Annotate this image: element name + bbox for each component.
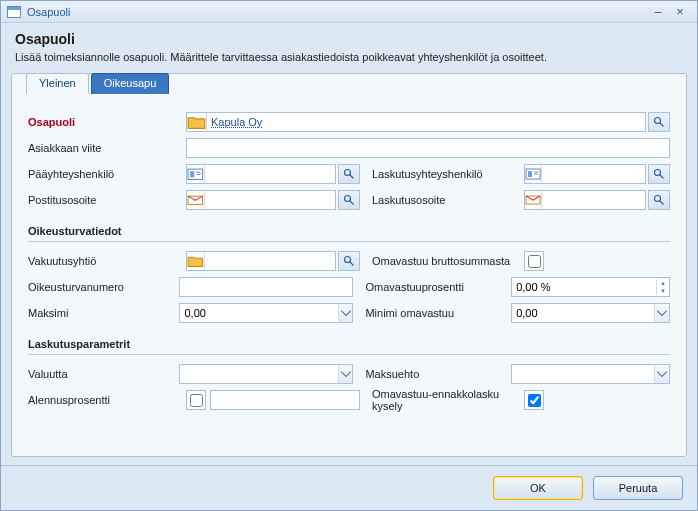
mailing-address-field[interactable] [186,190,336,210]
section-billing-params: Laskutusparametrit [28,336,670,355]
min-deductible-input[interactable] [512,305,654,321]
dropdown-button[interactable] [338,365,353,383]
insurance-company-input[interactable] [205,253,335,269]
svg-point-12 [655,170,661,176]
ok-button[interactable]: OK [493,476,583,500]
insurance-company-field[interactable] [186,251,336,271]
window-title: Osapuoli [27,6,70,18]
tab-general[interactable]: Yleinen [26,73,89,94]
deductible-percent-input[interactable] [512,279,656,295]
tab-panel: Yleinen Oikeusapu Osapuoli Kapula Oy [11,73,687,457]
section-legal: Oikeusturvatiedot [28,223,670,242]
svg-line-21 [350,262,354,266]
folder-icon [187,113,207,131]
contact-card-icon [525,165,542,183]
label-discount-percent: Alennusprosentti [28,394,178,406]
party-search-button[interactable] [648,112,670,132]
discount-value-field[interactable] [210,390,360,410]
billing-contact-input[interactable] [542,166,645,182]
discount-checkbox[interactable] [186,390,206,410]
label-deductible-gross: Omavastuu bruttosummasta [368,255,516,267]
dropdown-button[interactable] [654,365,669,383]
label-maximum: Maksimi [28,307,171,319]
maximum-input[interactable] [180,305,337,321]
dropdown-button[interactable] [338,304,353,322]
label-party: Osapuoli [28,116,178,128]
svg-line-7 [350,175,354,179]
dialog-window: Osapuoli – × Osapuoli Lisää toimeksianno… [0,0,698,511]
billing-address-field[interactable] [524,190,646,210]
insurance-company-search-button[interactable] [338,251,360,271]
party-value[interactable]: Kapula Oy [207,116,645,128]
svg-rect-3 [190,171,194,177]
envelope-icon [187,191,205,209]
svg-line-1 [660,123,664,127]
deductible-prompt-checkbox[interactable] [524,390,544,410]
label-billing-address: Laskutusosoite [368,194,516,206]
legal-number-input[interactable] [180,279,352,295]
party-field[interactable]: Kapula Oy [186,112,646,132]
close-button[interactable]: × [669,4,691,19]
footer: OK Peruuta [1,465,697,510]
mailing-address-search-button[interactable] [338,190,360,210]
currency-field[interactable] [179,364,353,384]
label-customer-ref: Asiakkaan viite [28,142,178,154]
label-legal-number: Oikeusturvanumero [28,281,171,293]
page-subtitle: Lisää toimeksiannolle osapuoli. Määritte… [15,51,683,63]
label-insurance-company: Vakuutusyhtiö [28,255,178,267]
billing-address-search-button[interactable] [648,190,670,210]
tab-legal-aid[interactable]: Oikeusapu [91,73,170,94]
envelope-icon [525,191,542,209]
customer-ref-field[interactable] [186,138,670,158]
main-contact-field[interactable] [186,164,336,184]
legal-number-field[interactable] [179,277,353,297]
page-title: Osapuoli [15,31,683,47]
payment-term-field[interactable] [511,364,670,384]
titlebar: Osapuoli – × [1,1,697,23]
svg-line-19 [660,201,664,205]
deductible-percent-field[interactable]: ▲▼ [511,277,670,297]
folder-icon [187,252,205,270]
label-mailing-address: Postitusosoite [28,194,178,206]
svg-line-13 [660,175,664,179]
payment-term-input[interactable] [512,366,654,382]
label-currency: Valuutta [28,368,171,380]
svg-point-18 [655,196,661,202]
main-contact-input[interactable] [205,166,335,182]
header: Osapuoli Lisää toimeksiannolle osapuoli.… [1,23,697,73]
svg-point-15 [345,196,351,202]
min-deductible-field[interactable] [511,303,670,323]
label-deductible-prompt: Omavastuu-ennakkolasku kysely [368,388,516,412]
svg-rect-9 [528,171,532,177]
spinner[interactable]: ▲▼ [656,279,669,295]
billing-contact-search-button[interactable] [648,164,670,184]
label-deductible-percent: Omavastuuprosentti [361,281,503,293]
label-payment-term: Maksuehto [361,368,503,380]
billing-address-input[interactable] [542,192,645,208]
billing-contact-field[interactable] [524,164,646,184]
main-contact-search-button[interactable] [338,164,360,184]
svg-line-16 [350,201,354,205]
dropdown-button[interactable] [654,304,669,322]
label-min-deductible: Minimi omavastuu [361,307,503,319]
maximum-field[interactable] [179,303,353,323]
contact-card-icon [187,165,205,183]
app-icon [7,6,21,18]
minimize-button[interactable]: – [647,4,669,19]
svg-point-0 [655,118,661,124]
cancel-button[interactable]: Peruuta [593,476,683,500]
deductible-gross-checkbox[interactable] [524,251,544,271]
label-billing-contact: Laskutusyhteyshenkilö [368,168,516,180]
customer-ref-input[interactable] [187,140,669,156]
svg-point-20 [345,257,351,263]
label-main-contact: Pääyhteyshenkilö [28,168,178,180]
discount-value-input[interactable] [211,392,359,408]
svg-point-6 [345,170,351,176]
mailing-address-input[interactable] [205,192,335,208]
currency-input[interactable] [180,366,337,382]
